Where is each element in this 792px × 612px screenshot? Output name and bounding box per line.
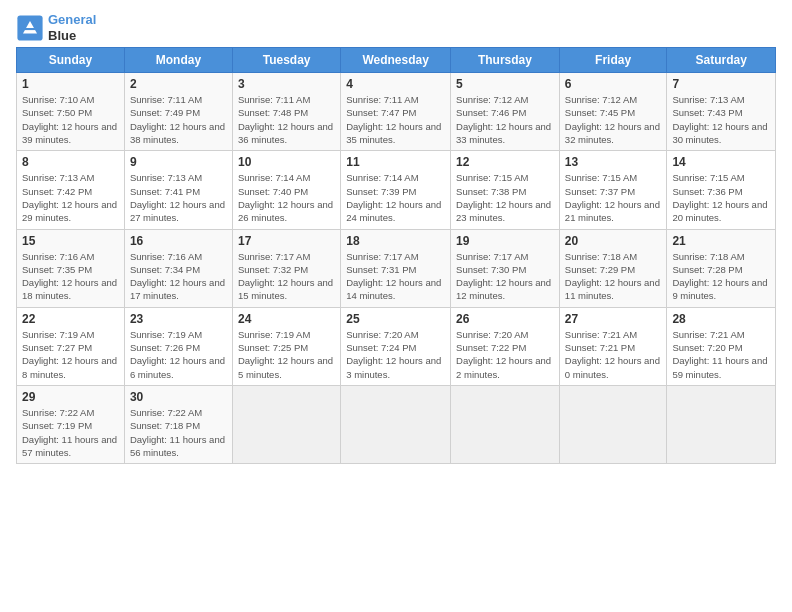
day-detail: Sunrise: 7:21 AMSunset: 7:21 PMDaylight:… <box>565 328 662 381</box>
logo: General Blue <box>16 12 96 43</box>
day-number: 14 <box>672 155 770 169</box>
calendar-cell <box>451 385 560 463</box>
week-row-2: 8Sunrise: 7:13 AMSunset: 7:42 PMDaylight… <box>17 151 776 229</box>
calendar-cell: 14Sunrise: 7:15 AMSunset: 7:36 PMDayligh… <box>667 151 776 229</box>
calendar-cell: 28Sunrise: 7:21 AMSunset: 7:20 PMDayligh… <box>667 307 776 385</box>
calendar-header: SundayMondayTuesdayWednesdayThursdayFrid… <box>17 48 776 73</box>
day-detail: Sunrise: 7:14 AMSunset: 7:40 PMDaylight:… <box>238 171 335 224</box>
calendar-cell: 20Sunrise: 7:18 AMSunset: 7:29 PMDayligh… <box>559 229 667 307</box>
calendar-cell: 7Sunrise: 7:13 AMSunset: 7:43 PMDaylight… <box>667 73 776 151</box>
day-number: 9 <box>130 155 227 169</box>
calendar-cell: 9Sunrise: 7:13 AMSunset: 7:41 PMDaylight… <box>124 151 232 229</box>
day-number: 22 <box>22 312 119 326</box>
calendar-cell: 13Sunrise: 7:15 AMSunset: 7:37 PMDayligh… <box>559 151 667 229</box>
svg-rect-2 <box>22 28 39 30</box>
calendar-cell: 17Sunrise: 7:17 AMSunset: 7:32 PMDayligh… <box>232 229 340 307</box>
week-row-5: 29Sunrise: 7:22 AMSunset: 7:19 PMDayligh… <box>17 385 776 463</box>
calendar-body: 1Sunrise: 7:10 AMSunset: 7:50 PMDaylight… <box>17 73 776 464</box>
day-header-row: SundayMondayTuesdayWednesdayThursdayFrid… <box>17 48 776 73</box>
day-header-monday: Monday <box>124 48 232 73</box>
day-number: 16 <box>130 234 227 248</box>
calendar-cell: 19Sunrise: 7:17 AMSunset: 7:30 PMDayligh… <box>451 229 560 307</box>
calendar-cell: 24Sunrise: 7:19 AMSunset: 7:25 PMDayligh… <box>232 307 340 385</box>
day-number: 25 <box>346 312 445 326</box>
day-detail: Sunrise: 7:17 AMSunset: 7:31 PMDaylight:… <box>346 250 445 303</box>
calendar-cell: 10Sunrise: 7:14 AMSunset: 7:40 PMDayligh… <box>232 151 340 229</box>
day-number: 29 <box>22 390 119 404</box>
day-number: 6 <box>565 77 662 91</box>
calendar-cell: 6Sunrise: 7:12 AMSunset: 7:45 PMDaylight… <box>559 73 667 151</box>
day-number: 21 <box>672 234 770 248</box>
calendar-cell: 1Sunrise: 7:10 AMSunset: 7:50 PMDaylight… <box>17 73 125 151</box>
calendar-cell: 5Sunrise: 7:12 AMSunset: 7:46 PMDaylight… <box>451 73 560 151</box>
day-detail: Sunrise: 7:21 AMSunset: 7:20 PMDaylight:… <box>672 328 770 381</box>
day-number: 20 <box>565 234 662 248</box>
calendar-cell: 8Sunrise: 7:13 AMSunset: 7:42 PMDaylight… <box>17 151 125 229</box>
week-row-4: 22Sunrise: 7:19 AMSunset: 7:27 PMDayligh… <box>17 307 776 385</box>
calendar-cell <box>667 385 776 463</box>
day-detail: Sunrise: 7:13 AMSunset: 7:41 PMDaylight:… <box>130 171 227 224</box>
calendar-cell: 3Sunrise: 7:11 AMSunset: 7:48 PMDaylight… <box>232 73 340 151</box>
day-detail: Sunrise: 7:11 AMSunset: 7:47 PMDaylight:… <box>346 93 445 146</box>
calendar-cell: 22Sunrise: 7:19 AMSunset: 7:27 PMDayligh… <box>17 307 125 385</box>
day-number: 5 <box>456 77 554 91</box>
day-detail: Sunrise: 7:19 AMSunset: 7:25 PMDaylight:… <box>238 328 335 381</box>
calendar-cell: 18Sunrise: 7:17 AMSunset: 7:31 PMDayligh… <box>341 229 451 307</box>
day-detail: Sunrise: 7:18 AMSunset: 7:29 PMDaylight:… <box>565 250 662 303</box>
day-number: 24 <box>238 312 335 326</box>
page-container: General Blue SundayMondayTuesdayWednesda… <box>0 0 792 476</box>
calendar-cell: 2Sunrise: 7:11 AMSunset: 7:49 PMDaylight… <box>124 73 232 151</box>
day-number: 12 <box>456 155 554 169</box>
day-detail: Sunrise: 7:15 AMSunset: 7:37 PMDaylight:… <box>565 171 662 224</box>
day-header-sunday: Sunday <box>17 48 125 73</box>
calendar-table: SundayMondayTuesdayWednesdayThursdayFrid… <box>16 47 776 464</box>
day-header-wednesday: Wednesday <box>341 48 451 73</box>
day-number: 13 <box>565 155 662 169</box>
day-number: 3 <box>238 77 335 91</box>
day-number: 10 <box>238 155 335 169</box>
calendar-cell: 26Sunrise: 7:20 AMSunset: 7:22 PMDayligh… <box>451 307 560 385</box>
day-number: 23 <box>130 312 227 326</box>
calendar-cell: 11Sunrise: 7:14 AMSunset: 7:39 PMDayligh… <box>341 151 451 229</box>
day-number: 26 <box>456 312 554 326</box>
day-detail: Sunrise: 7:16 AMSunset: 7:35 PMDaylight:… <box>22 250 119 303</box>
calendar-cell: 23Sunrise: 7:19 AMSunset: 7:26 PMDayligh… <box>124 307 232 385</box>
day-number: 28 <box>672 312 770 326</box>
day-detail: Sunrise: 7:18 AMSunset: 7:28 PMDaylight:… <box>672 250 770 303</box>
day-number: 11 <box>346 155 445 169</box>
day-detail: Sunrise: 7:16 AMSunset: 7:34 PMDaylight:… <box>130 250 227 303</box>
day-header-thursday: Thursday <box>451 48 560 73</box>
day-detail: Sunrise: 7:10 AMSunset: 7:50 PMDaylight:… <box>22 93 119 146</box>
day-number: 4 <box>346 77 445 91</box>
calendar-cell: 21Sunrise: 7:18 AMSunset: 7:28 PMDayligh… <box>667 229 776 307</box>
calendar-cell: 4Sunrise: 7:11 AMSunset: 7:47 PMDaylight… <box>341 73 451 151</box>
calendar-cell: 29Sunrise: 7:22 AMSunset: 7:19 PMDayligh… <box>17 385 125 463</box>
calendar-cell: 15Sunrise: 7:16 AMSunset: 7:35 PMDayligh… <box>17 229 125 307</box>
week-row-3: 15Sunrise: 7:16 AMSunset: 7:35 PMDayligh… <box>17 229 776 307</box>
day-detail: Sunrise: 7:17 AMSunset: 7:30 PMDaylight:… <box>456 250 554 303</box>
day-number: 30 <box>130 390 227 404</box>
day-number: 15 <box>22 234 119 248</box>
day-number: 2 <box>130 77 227 91</box>
calendar-cell: 12Sunrise: 7:15 AMSunset: 7:38 PMDayligh… <box>451 151 560 229</box>
day-number: 18 <box>346 234 445 248</box>
calendar-cell <box>232 385 340 463</box>
day-number: 1 <box>22 77 119 91</box>
calendar-cell: 30Sunrise: 7:22 AMSunset: 7:18 PMDayligh… <box>124 385 232 463</box>
day-number: 7 <box>672 77 770 91</box>
day-detail: Sunrise: 7:13 AMSunset: 7:43 PMDaylight:… <box>672 93 770 146</box>
calendar-cell: 16Sunrise: 7:16 AMSunset: 7:34 PMDayligh… <box>124 229 232 307</box>
day-detail: Sunrise: 7:20 AMSunset: 7:24 PMDaylight:… <box>346 328 445 381</box>
day-detail: Sunrise: 7:11 AMSunset: 7:48 PMDaylight:… <box>238 93 335 146</box>
day-header-saturday: Saturday <box>667 48 776 73</box>
day-detail: Sunrise: 7:11 AMSunset: 7:49 PMDaylight:… <box>130 93 227 146</box>
day-detail: Sunrise: 7:20 AMSunset: 7:22 PMDaylight:… <box>456 328 554 381</box>
day-number: 17 <box>238 234 335 248</box>
week-row-1: 1Sunrise: 7:10 AMSunset: 7:50 PMDaylight… <box>17 73 776 151</box>
day-detail: Sunrise: 7:13 AMSunset: 7:42 PMDaylight:… <box>22 171 119 224</box>
day-detail: Sunrise: 7:19 AMSunset: 7:26 PMDaylight:… <box>130 328 227 381</box>
day-detail: Sunrise: 7:12 AMSunset: 7:46 PMDaylight:… <box>456 93 554 146</box>
day-number: 19 <box>456 234 554 248</box>
day-number: 8 <box>22 155 119 169</box>
day-number: 27 <box>565 312 662 326</box>
